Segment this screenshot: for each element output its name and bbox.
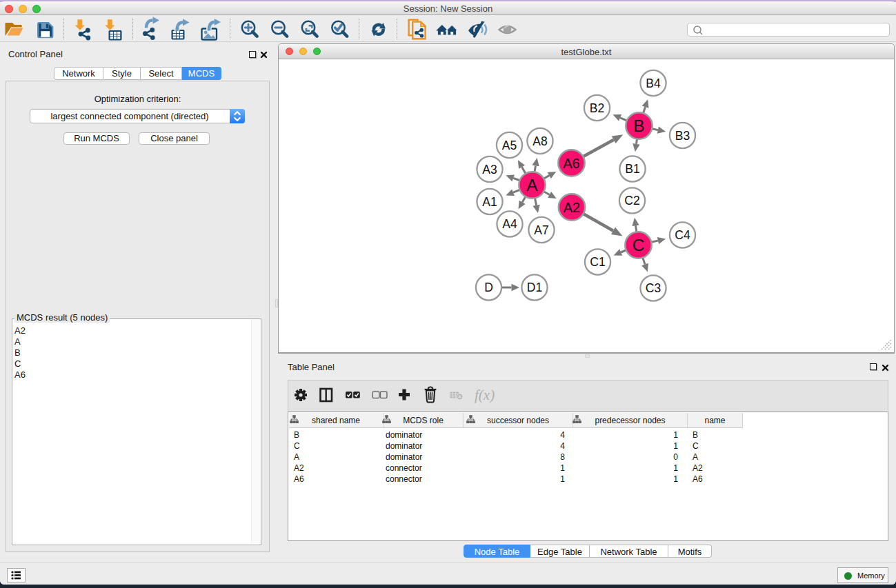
- svg-text:C: C: [633, 236, 645, 254]
- svg-text:A5: A5: [502, 139, 517, 152]
- svg-text:B3: B3: [675, 129, 690, 143]
- svg-text:B: B: [633, 116, 644, 135]
- svg-text:A7: A7: [534, 223, 548, 237]
- svg-text:C1: C1: [590, 255, 605, 269]
- svg-text:A6: A6: [563, 156, 579, 171]
- svg-text:A2: A2: [564, 200, 580, 215]
- svg-text:A1: A1: [482, 195, 497, 209]
- svg-text:C2: C2: [624, 194, 639, 207]
- svg-text:A8: A8: [532, 134, 547, 148]
- svg-text:B2: B2: [590, 101, 604, 115]
- svg-text:B1: B1: [625, 162, 639, 176]
- svg-text:A4: A4: [502, 217, 517, 231]
- svg-text:C4: C4: [675, 228, 690, 242]
- svg-text:B4: B4: [646, 77, 661, 90]
- svg-text:C3: C3: [646, 281, 661, 295]
- svg-text:D1: D1: [527, 281, 542, 294]
- svg-text:A: A: [526, 176, 538, 194]
- svg-text:A3: A3: [482, 163, 497, 176]
- svg-text:D: D: [484, 281, 493, 294]
